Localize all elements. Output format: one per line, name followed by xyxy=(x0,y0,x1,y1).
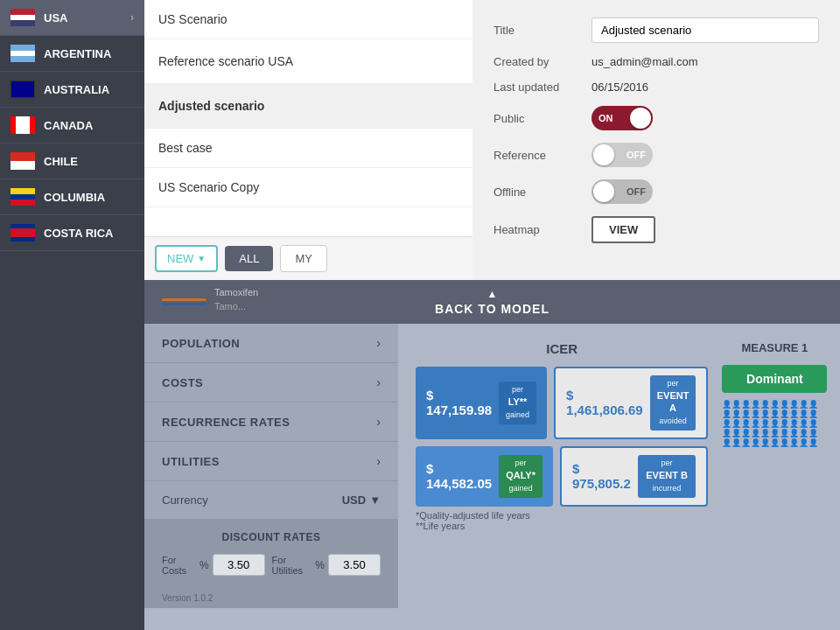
scenario-label-reference-usa: Reference scenario USA xyxy=(158,54,293,68)
heatmap-label: Heatmap xyxy=(494,223,581,236)
created-by-value: us_admin@mail.com xyxy=(592,55,698,68)
costs-percent-symbol: % xyxy=(200,559,209,571)
back-bar-content: ▲ BACK TO MODEL xyxy=(435,288,550,316)
costs-arrow-icon: › xyxy=(376,375,381,389)
currency-value: USD xyxy=(342,494,366,507)
view-button[interactable]: VIEW xyxy=(592,216,655,243)
for-costs-label: For Costs xyxy=(162,555,196,576)
icer-per-ly: per LY** gained xyxy=(499,382,536,424)
icer-per-qaly: per QALY* gained xyxy=(499,455,542,498)
offline-toggle[interactable]: OFF xyxy=(592,179,653,204)
all-button[interactable]: ALL xyxy=(225,246,273,271)
costs-control[interactable]: COSTS › xyxy=(144,363,398,402)
utilities-discount-field: For Utilities % xyxy=(272,554,381,576)
utilities-label: UTILITIES xyxy=(162,455,220,468)
icer-amount-ly: $ 147,159.98 xyxy=(426,388,492,417)
recurrence-label: RECURRENCE RATES xyxy=(162,416,290,429)
offline-toggle-knob xyxy=(593,181,614,202)
sidebar-item-canada[interactable]: CANADA xyxy=(0,108,144,144)
public-row: Public ON xyxy=(494,106,819,130)
bottom-area: POPULATION › COSTS › RECURRENCE RATES › … xyxy=(144,324,840,630)
back-to-model-label: BACK TO MODEL xyxy=(435,302,550,316)
currency-selector[interactable]: USD ▼ xyxy=(342,494,381,507)
icer-row-2: $ 144,582.05 per QALY* gained $ 975,805.… xyxy=(416,446,708,507)
version-text: Version 1.0.2 xyxy=(144,588,398,608)
all-button-label: ALL xyxy=(239,252,259,265)
tamoxifen-blue-line xyxy=(162,303,206,305)
sidebar-item-costarica[interactable]: COSTA RICA xyxy=(0,215,144,251)
scenario-label-best-case: Best case xyxy=(158,141,212,155)
discount-section: DISCOUNT RATES For Costs % For Utilities… xyxy=(144,519,398,588)
footnote1: *Quality-adjusted life years xyxy=(416,510,708,521)
last-updated-value: 06/15/2016 xyxy=(592,80,648,94)
recurrence-control[interactable]: RECURRENCE RATES › xyxy=(144,402,398,442)
sidebar-item-columbia[interactable]: COLUMBIA xyxy=(0,179,144,215)
flag-argentina-icon xyxy=(10,45,35,62)
created-by-label: Created by xyxy=(494,55,581,68)
reference-toggle[interactable]: OFF xyxy=(592,143,653,167)
sidebar: USA › ARGENTINA AUSTRALIA CANADA CHILE C… xyxy=(0,0,144,630)
icer-row-1: $ 147,159.98 per LY** gained $ 1,461,806… xyxy=(416,367,708,439)
offline-row: Offline OFF xyxy=(494,179,819,204)
left-controls: POPULATION › COSTS › RECURRENCE RATES › … xyxy=(144,324,398,630)
event-card-a: $ 1,461,806.69 per EVENT A avoided xyxy=(554,367,708,439)
offline-toggle-label: OFF xyxy=(626,186,646,197)
public-toggle[interactable]: ON xyxy=(592,106,653,130)
title-row: Title xyxy=(494,18,819,43)
recurrence-arrow-icon: › xyxy=(376,415,381,429)
view-button-label: VIEW xyxy=(609,223,638,236)
population-arrow-icon: › xyxy=(376,336,381,350)
back-to-model-bar[interactable]: Tamoxifen Tamo... ▲ BACK TO MODEL xyxy=(144,280,840,324)
utilities-discount-input[interactable] xyxy=(328,554,381,576)
sidebar-label-canada: CANADA xyxy=(44,119,93,132)
scenario-label-adjusted: Adjusted scenario xyxy=(158,99,264,113)
title-input[interactable] xyxy=(592,18,819,43)
measure1-people-grid: 👤👤👤👤👤👤👤👤👤👤👤👤👤👤👤👤👤👤👤👤👤👤👤👤👤👤👤👤👤👤👤👤👤👤👤👤👤👤👤👤… xyxy=(722,400,827,447)
icer-cards: $ 147,159.98 per LY** gained $ 1,461,806… xyxy=(416,367,708,507)
flag-costarica-icon xyxy=(10,224,35,242)
sidebar-label-columbia: COLUMBIA xyxy=(44,191,105,204)
event-card-b: $ 975,805.2 per EVENT B incurred xyxy=(560,446,708,507)
dropdown-arrow-icon: ▼ xyxy=(197,254,206,263)
sidebar-item-australia[interactable]: AUSTRALIA xyxy=(0,72,144,108)
icer-card-ly: $ 147,159.98 per LY** gained xyxy=(416,367,547,439)
heatmap-row: Heatmap VIEW xyxy=(494,216,819,243)
reference-row: Reference OFF xyxy=(494,143,819,167)
costs-discount-input[interactable] xyxy=(213,554,265,576)
last-updated-label: Last updated xyxy=(494,80,581,94)
costs-discount-field: For Costs % xyxy=(162,554,265,576)
dominant-badge: Dominant xyxy=(722,365,827,393)
reference-toggle-knob xyxy=(593,144,614,165)
my-button[interactable]: MY xyxy=(280,245,327,272)
measure1-header: MEASURE 1 xyxy=(722,341,827,354)
flag-chile-icon xyxy=(10,152,35,170)
icer-section: ICER $ 147,159.98 per LY** gained xyxy=(416,341,840,531)
tamoxifen-label1: Tamoxifen xyxy=(214,287,258,298)
right-data: ICER $ 147,159.98 per LY** gained xyxy=(398,324,840,630)
icer-panel: ICER $ 147,159.98 per LY** gained xyxy=(416,341,708,531)
discount-title: DISCOUNT RATES xyxy=(162,531,381,543)
sidebar-item-usa[interactable]: USA › xyxy=(0,0,144,36)
new-button-label: NEW xyxy=(167,252,193,265)
event-amount-b: $ 975,805.2 xyxy=(572,461,631,491)
flag-columbia-icon xyxy=(10,188,35,206)
created-by-row: Created by us_admin@mail.com xyxy=(494,55,819,68)
reference-toggle-label: OFF xyxy=(626,150,646,160)
flag-canada-icon xyxy=(10,116,35,134)
tamoxifen-lines xyxy=(162,298,206,305)
utilities-control[interactable]: UTILITIES › xyxy=(144,442,398,481)
scenario-details-panel: Title Created by us_admin@mail.com Last … xyxy=(472,0,840,280)
event-tag-a: per EVENT A avoided xyxy=(650,375,696,430)
flag-usa-icon xyxy=(10,9,35,26)
sidebar-item-argentina[interactable]: ARGENTINA xyxy=(0,36,144,72)
sidebar-item-chile[interactable]: CHILE xyxy=(0,144,144,179)
sidebar-label-argentina: ARGENTINA xyxy=(44,47,111,60)
currency-row: Currency USD ▼ xyxy=(144,481,398,519)
tamoxifen-label2: Tamo... xyxy=(214,301,246,312)
sidebar-label-australia: AUSTRALIA xyxy=(44,83,109,96)
last-updated-row: Last updated 06/15/2016 xyxy=(494,80,819,94)
public-toggle-label: ON xyxy=(598,113,613,123)
new-button[interactable]: NEW ▼ xyxy=(155,245,218,272)
event-amount-a: $ 1,461,806.69 xyxy=(566,388,643,417)
population-control[interactable]: POPULATION › xyxy=(144,324,398,363)
